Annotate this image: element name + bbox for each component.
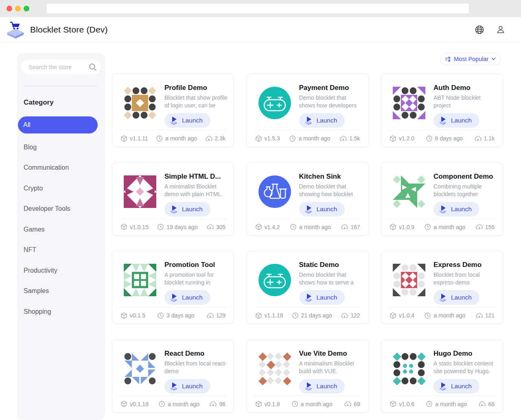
sidebar-item-samples[interactable]: Samples (17, 281, 105, 302)
updated-meta: 19 days ago (157, 223, 197, 230)
app-card[interactable]: Kitchen Sink Demo blocklet that showing … (247, 162, 369, 236)
sort-dropdown[interactable]: Most Popular (440, 53, 501, 65)
downloads-label: 1.1k (484, 135, 495, 142)
app-card[interactable]: Promotion Tool A promotion tool for bloc… (112, 251, 234, 324)
app-card[interactable]: Auth Demo ABT Node blocklet project Laun… (381, 74, 503, 147)
sidebar-item-blog[interactable]: Blog (17, 137, 105, 158)
launch-button[interactable]: Launch (299, 113, 345, 128)
version-meta: v0.1.18 (120, 400, 149, 407)
launch-icon (169, 116, 178, 125)
app-card[interactable]: Express Demo Blocklet from local express… (381, 251, 503, 324)
app-card[interactable]: React Demo Blocklet from local react-dem… (112, 339, 234, 413)
app-description: Demo blocklet that shows how developers (299, 94, 363, 109)
clock-icon (156, 135, 163, 142)
updated-label: a month ago (299, 224, 331, 230)
card-meta-row: v1.2.0 8 days ago 1.1k (388, 130, 496, 147)
launch-icon (438, 205, 447, 214)
launch-button[interactable]: Launch (164, 290, 210, 305)
launch-label: Launch (317, 383, 337, 390)
address-bar[interactable] (47, 4, 469, 13)
version-label: v1.0.4 (399, 312, 414, 319)
updated-meta: a month ago (289, 135, 330, 142)
user-account-button[interactable] (495, 24, 506, 35)
sidebar-item-all[interactable]: All (18, 116, 98, 133)
updated-label: a month ago (168, 401, 199, 407)
launch-button[interactable]: Launch (164, 202, 210, 217)
sidebar-item-communication[interactable]: Communication (17, 158, 105, 178)
updated-meta: a month ago (290, 223, 331, 230)
app-card[interactable]: Vue Vite Demo A minimalism Blocklet buil… (247, 339, 369, 413)
downloads-label: 305 (216, 224, 225, 230)
version-meta: v1.0.6 (390, 400, 414, 407)
updated-label: 19 days ago (166, 224, 197, 230)
downloads-label: 69 (354, 401, 360, 407)
app-description: A static blocklet content site powered b… (433, 360, 497, 375)
zoom-window-button[interactable] (24, 6, 29, 11)
updated-meta: a month ago (291, 400, 333, 407)
downloads-meta: 155 (475, 224, 495, 230)
sidebar-item-crypto[interactable]: Crypto (17, 178, 105, 199)
search-icon[interactable] (89, 63, 97, 71)
launch-button[interactable]: Launch (433, 113, 479, 128)
launch-label: Launch (182, 294, 203, 301)
updated-label: a month ago (165, 135, 197, 142)
clock-icon (424, 223, 431, 230)
version-label: v1.5.3 (265, 135, 280, 142)
card-meta-row: v1.4.2 a month ago 167 (254, 219, 362, 235)
launch-button[interactable]: Launch (433, 290, 479, 305)
downloads-label: 155 (485, 224, 495, 230)
updated-label: a month ago (433, 312, 465, 319)
downloads-label: 122 (350, 312, 360, 319)
app-card[interactable]: Payment Demo Demo blocklet that shows ho… (247, 74, 369, 147)
app-avatar (393, 87, 425, 119)
app-card[interactable]: Simple HTML D... A minimalist Blocklet d… (112, 162, 234, 236)
sidebar-item-shopping[interactable]: Shopping (17, 302, 105, 322)
card-info: Profile Demo Blocklet that show profile … (164, 84, 228, 128)
chevron-down-icon (491, 57, 496, 61)
sort-arrows-icon (445, 56, 451, 62)
launch-icon (169, 293, 178, 302)
launch-button[interactable]: Launch (164, 113, 210, 128)
updated-label: 3 days ago (166, 312, 195, 319)
launch-button[interactable]: Launch (164, 379, 210, 394)
app-title: Static Demo (299, 261, 363, 269)
sidebar-item-developer-tools[interactable]: Developer Tools (17, 199, 105, 219)
cloud-download-icon (475, 313, 483, 319)
sidebar-item-nft[interactable]: NFT (17, 240, 105, 260)
launch-icon (304, 116, 313, 125)
launch-button[interactable]: Launch (299, 379, 345, 394)
card-meta-row: v1.1.18 21 days ago 122 (254, 307, 362, 324)
sidebar-divider (24, 86, 98, 86)
downloads-label: 68 (488, 401, 495, 407)
launch-button[interactable]: Launch (299, 290, 345, 305)
version-meta: v1.0.4 (390, 312, 414, 319)
clock-icon (426, 135, 433, 142)
app-card[interactable]: Profile Demo Blocklet that show profile … (112, 74, 234, 147)
app-description: A minimalist Blocklet demo with plain HT… (164, 183, 228, 198)
downloads-label: 1.5k (349, 135, 360, 142)
launch-icon (169, 382, 178, 391)
close-window-button[interactable] (7, 6, 12, 11)
app-card[interactable]: Component Demo Combining multiple blockl… (381, 162, 503, 236)
package-icon (120, 400, 127, 407)
app-card[interactable]: Hugo Demo A static blocklet content site… (381, 339, 503, 413)
version-meta: v1.4.2 (255, 223, 280, 230)
updated-meta: 8 days ago (426, 135, 463, 142)
app-card[interactable]: Static Demo Demo blocklet that shows how… (247, 251, 369, 324)
downloads-meta: 167 (341, 224, 360, 230)
globe-language-button[interactable] (474, 24, 485, 35)
card-meta-row: v0.1.5 3 days ago 129 (119, 307, 227, 324)
version-label: v0.1.8 (265, 401, 280, 407)
downloads-label: 2.3k (215, 135, 225, 142)
package-icon (120, 312, 127, 319)
launch-button[interactable]: Launch (299, 202, 345, 217)
minimize-window-button[interactable] (15, 6, 21, 11)
card-info: Hugo Demo A static blocklet content site… (433, 350, 497, 394)
launch-button[interactable]: Launch (433, 202, 479, 217)
app-avatar (393, 175, 425, 208)
sidebar-item-productivity[interactable]: Productivity (17, 260, 105, 281)
launch-label: Launch (317, 117, 337, 124)
sidebar-item-games[interactable]: Games (17, 219, 105, 240)
launch-button[interactable]: Launch (433, 379, 479, 394)
package-icon (120, 223, 127, 230)
